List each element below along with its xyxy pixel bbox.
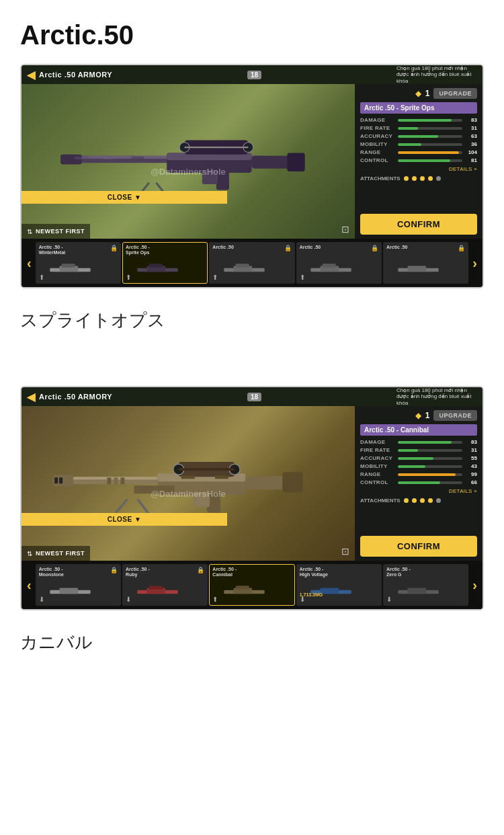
stat-label-accuracy-1: ACCURACY [360,133,395,139]
stat-value-firerate-2: 31 [465,447,477,453]
stat-label-range-1: RANGE [360,149,395,155]
skin-thumb-2-1[interactable]: Arctic .50 -Moonstone 🔒 ⬇ [36,564,121,606]
camera-icon-1[interactable]: ⊡ [341,224,349,235]
svg-rect-67 [321,588,339,594]
stats-panel-1: ◆ 1 UPGRADE Arctic .50 - Sprite Ops DAMA… [355,84,482,239]
skin-thumb-1-1[interactable]: Arctic .50 -WinterMetal 🔒 ⬆ [36,242,121,284]
stat-label-mobility-2: MOBILITY [360,463,395,469]
details-link-2[interactable]: DETAILS » [360,488,477,494]
svg-rect-57 [134,485,175,493]
sort-icon-2: ⇅ [27,550,32,557]
stat-label-accuracy-2: ACCURACY [360,455,395,461]
stat-bar-control-1 [398,159,462,162]
attachment-dot-2-1 [404,498,409,503]
details-link-1[interactable]: DETAILS » [360,166,477,172]
stat-label-damage-1: DAMAGE [360,117,395,123]
svg-rect-11 [216,170,229,190]
stat-row-accuracy-2: ACCURACY 55 [360,455,477,461]
svg-rect-31 [407,266,425,272]
confirm-button-2[interactable]: CONFIRM [360,536,477,557]
attachment-dot-2-5 [436,498,441,503]
attachment-dot-1-5 [436,176,441,181]
stat-bar-fill-accuracy-1 [398,135,438,138]
carousel-next-2[interactable]: › [470,578,480,593]
stats-panel-2: ◆ 1 UPGRADE Arctic .50 - Cannibal DAMAGE… [355,406,482,561]
stat-label-firerate-1: FIRE RATE [360,125,395,131]
stat-row-mobility-1: MOBILITY 36 [360,141,477,147]
currency-row-1: ◆ 1 UPGRADE [360,88,477,99]
top-bar-1: ◀ Arctic .50 ARMORY 18 Chọn quá 180 phút… [22,65,482,84]
skin-lock-icon-2-1: 🔒 [110,567,118,573]
sort-label-1: NEWEST FIRST [36,228,85,235]
attachments-row-1: ATTACHMENTS [360,175,477,182]
level-badge-1: 18 [247,71,261,79]
skin-thumb-2-4[interactable]: Arctic .50 -High Voltage 1,713.3MG ⬇ [296,564,382,606]
skin-lock-icon-1-3: 🔒 [284,245,292,251]
stat-bar-fill-damage-1 [398,119,452,122]
stat-bar-damage-2 [398,441,462,444]
game-card-2: ◀ Arctic .50 ARMORY 18 Chọn quá 180 phút… [20,386,484,610]
game-card-1: ◀ Arctic .50 ARMORY 18 Chọn quá 180 phút… [20,64,484,288]
stat-bar-fill-range-2 [398,473,456,476]
currency-count-1: 1 [425,89,430,98]
card-main-1: @DataminersHole ⇅ NEWEST FIRST ⊡ CLOSE ▼… [22,84,482,239]
top-bar-note-2: Chọn quá 180 phút mới nhận được ảnh hưởn… [396,387,477,407]
skin-thumb-1-4[interactable]: Arctic .50 🔒 ⬆ [296,242,382,284]
stat-bar-fill-firerate-2 [398,449,418,452]
skin-name-1: Arctic .50 - Sprite Ops [360,102,477,114]
back-arrow-icon-2[interactable]: ◀ [27,391,35,403]
svg-rect-62 [149,586,163,589]
skin-sub-icon-2-5: ⬇ [386,596,392,603]
skin-thumb-label-2-2: Arctic .50 -Ruby [126,567,150,578]
skin-sub-icon-1-4: ⬆ [300,274,305,281]
attachment-dot-2-2 [412,498,417,503]
skin-thumb-1-2[interactable]: Arctic .50 -Sprite Ops ⬆ [122,242,208,284]
carousel-prev-2[interactable]: ‹ [24,578,34,593]
skin-thumb-1-3[interactable]: Arctic .50 🔒 ⬆ [209,242,294,284]
upgrade-button-1[interactable]: UPGRADE [433,88,477,99]
stat-bar-fill-mobility-1 [398,143,421,146]
svg-rect-41 [59,477,62,483]
skins-carousel-2: ‹ Arctic .50 -Moonstone 🔒 ⬇ Arctic .50 -… [22,561,482,609]
attachment-dot-2-4 [428,498,433,503]
sort-bar-2: ⇅ NEWEST FIRST [22,546,90,561]
skin-thumb-label-1-1: Arctic .50 -WinterMetal [39,245,66,256]
skin-thumb-label-2-4: Arctic .50 -High Voltage [300,567,328,578]
top-bar-2: ◀ Arctic .50 ARMORY 18 Chọn quá 180 phút… [22,387,482,406]
stat-value-mobility-2: 43 [465,463,477,469]
camera-icon-2[interactable]: ⊡ [341,546,349,557]
attachment-dot-1-1 [404,176,409,181]
carousel-next-1[interactable]: › [470,255,480,271]
svg-rect-20 [62,264,75,267]
attachment-dot-2-3 [420,498,425,503]
stat-bar-fill-damage-2 [398,441,452,444]
stat-bar-firerate-1 [398,127,462,130]
close-bar-2[interactable]: CLOSE ▼ [22,513,227,526]
stat-bar-range-2 [398,473,462,476]
attachment-dot-1-2 [412,176,417,181]
confirm-button-1[interactable]: CONFIRM [360,214,477,235]
svg-rect-14 [202,170,218,184]
stat-bar-range-1 [398,151,462,154]
skin-thumb-2-2[interactable]: Arctic .50 -Ruby 🔒 ⬇ [122,564,208,606]
skin-thumb-2-5[interactable]: Arctic .50 -Zero G ⬇ [383,564,468,606]
carousel-prev-1[interactable]: ‹ [24,255,34,271]
stat-bar-fill-control-2 [398,481,440,484]
skin-sub-icon-2-2: ⬇ [126,596,131,603]
skin-lock-icon-1-1: 🔒 [110,245,118,251]
close-bar-1[interactable]: CLOSE ▼ [22,191,227,204]
stat-bar-fill-range-1 [398,151,459,154]
skin-thumb-1-5[interactable]: Arctic .50 🔒 [383,242,468,284]
stat-bar-mobility-1 [398,143,462,146]
weapon-area-1: @DataminersHole ⇅ NEWEST FIRST ⊡ CLOSE ▼ [22,84,355,239]
svg-rect-52 [215,475,228,479]
skin-thumb-label-1-2: Arctic .50 -Sprite Ops [126,245,150,256]
sort-icon-1: ⇅ [27,228,32,235]
weapon-area-2: @DataminersHole ⇅ NEWEST FIRST ⊡ CLOSE ▼ [22,406,355,561]
back-arrow-icon[interactable]: ◀ [27,69,35,81]
svg-rect-50 [179,468,235,471]
skin-thumb-2-3[interactable]: Arctic .50 -Cannibal ⬆ [209,564,294,606]
armory-title-1: Arctic .50 ARMORY [39,71,112,79]
upgrade-button-2[interactable]: UPGRADE [433,410,477,421]
stat-row-control-2: CONTROL 66 [360,479,477,485]
